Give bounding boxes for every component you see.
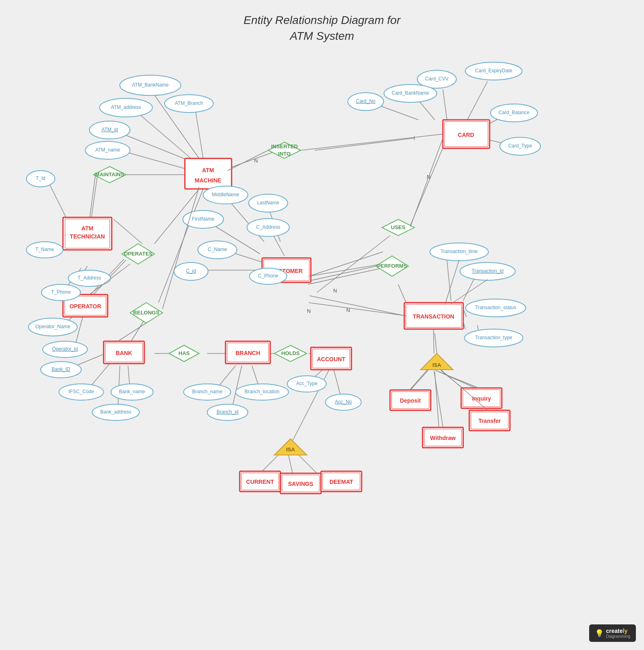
transaction-label: TRANSACTION	[413, 313, 454, 320]
withdraw-label: Withdraw	[430, 435, 456, 441]
card-balance-text: Card_Balance	[499, 110, 529, 115]
svg-line-68	[463, 276, 475, 301]
atm-name-text: ATM_name	[95, 147, 120, 153]
atm-machine-label2: MACHINE	[195, 177, 221, 184]
svg-line-99	[436, 370, 479, 388]
atm-id-text: ATM_id	[102, 127, 118, 132]
maintains-label: MAINTAINS	[95, 171, 124, 178]
svg-line-102	[310, 296, 406, 316]
operator-label: OPERATOR	[69, 303, 101, 310]
atm-tech-label2: TECHNICIAN	[70, 233, 105, 240]
card-label: CARD	[458, 132, 474, 138]
atm-branch-text: ATM_Branch	[175, 100, 203, 106]
svg-line-41	[228, 150, 278, 169]
card-expiry-text: Card_ExpiryDate	[475, 68, 512, 74]
trans-type-text: Transaction_type	[475, 335, 512, 340]
branch-id-text: Branch_id	[217, 409, 239, 415]
diagram-container: Entity Relationship Diagram for ATM Syst…	[0, 0, 644, 650]
atm-address-text: ATM_address	[111, 104, 141, 110]
svg-line-62	[309, 264, 382, 276]
svg-line-108	[163, 187, 199, 309]
t-phone-text: T_Phone	[51, 289, 71, 295]
c-name-text: C_Name	[208, 247, 227, 252]
belongs-label: BELONGS	[133, 310, 160, 316]
card-cvv-text: Card_CVV	[425, 76, 448, 82]
c-address-text: C_Address	[256, 224, 280, 230]
svg-line-6	[120, 150, 185, 169]
svg-line-39	[288, 455, 293, 473]
operator-name-text: Operator_Name	[35, 324, 70, 329]
svg-line-71	[435, 333, 437, 353]
svg-line-98	[410, 370, 427, 389]
c-id-text: C_id	[186, 268, 196, 274]
account-label: ACCOUNT	[317, 356, 345, 362]
holds-label: HOLDS	[281, 350, 300, 356]
isa-upper-label: ISA	[432, 362, 441, 368]
atm-bankname-text: ATM_BankName	[132, 82, 169, 88]
deposit-label: Deposit	[400, 397, 421, 404]
uses-label: USES	[391, 224, 405, 230]
svg-line-20	[75, 315, 83, 345]
card-bankname-text: Card_BankName	[392, 90, 429, 96]
isa-lower-label: ISA	[286, 446, 295, 453]
trans-status-text: Transaction_status	[475, 305, 516, 310]
svg-text:N: N	[333, 288, 337, 294]
performs-label: PERFORMS	[377, 263, 407, 269]
ifsc-text: IFSC_Code	[69, 389, 94, 394]
atm-tech-label1: ATM	[81, 225, 93, 232]
svg-line-36	[333, 368, 341, 398]
deemat-label: DEEMAT	[330, 479, 353, 485]
acc-type-text: Acc_Type	[296, 381, 318, 386]
branch-name-text: Branch_name	[192, 389, 223, 394]
inserted-into-label2: INTO	[278, 151, 291, 157]
lastname-text: LastName	[257, 200, 280, 206]
brand-text: creately	[606, 628, 628, 634]
svg-text:N: N	[346, 307, 350, 313]
svg-text:N: N	[254, 158, 258, 164]
svg-line-3	[134, 110, 191, 158]
has-label: HAS	[178, 350, 190, 356]
svg-line-107	[301, 134, 443, 150]
acc-no-text: Acc_No	[335, 399, 352, 405]
branch-location-text: Branch_location	[245, 389, 280, 394]
watermark: 💡 creately Diagramming	[589, 624, 636, 642]
svg-line-104	[410, 138, 443, 227]
card-no-text: Card_No	[356, 98, 375, 104]
bank-name-text: Bank_name	[119, 389, 145, 394]
svg-line-93	[445, 260, 459, 305]
firstname-text: FirstName	[192, 216, 215, 222]
branch-label: BRANCH	[236, 350, 260, 356]
trans-id-text: Transaction_id	[472, 268, 503, 274]
bank-id-text: Bank_ID	[52, 366, 70, 372]
svg-line-67	[447, 260, 451, 301]
svg-line-4	[195, 108, 203, 158]
svg-line-72	[410, 370, 429, 390]
atm-machine-entity	[185, 158, 232, 189]
card-type-text: Card_Type	[508, 143, 532, 149]
trans-time-text: Transaction_time	[440, 249, 478, 254]
operator-id-text: Operator_id	[52, 346, 78, 352]
t-address-text: T_Address	[78, 275, 101, 281]
t-name-text: T_Name	[35, 247, 54, 252]
svg-line-45	[443, 89, 447, 120]
svg-line-38	[260, 453, 280, 473]
inquiry-label: Inquiry	[472, 395, 491, 402]
bank-label: BANK	[116, 350, 132, 356]
svg-line-43	[315, 138, 414, 150]
svg-line-40	[297, 453, 317, 473]
svg-line-97	[434, 329, 434, 353]
bank-address-text: Bank_address	[100, 409, 132, 415]
svg-line-46	[467, 81, 488, 120]
svg-line-22	[158, 189, 203, 303]
bulb-icon: 💡	[595, 629, 604, 638]
t-id-text: T_Id	[36, 176, 46, 181]
svg-text:N: N	[307, 308, 310, 314]
current-label: CURRENT	[246, 479, 274, 485]
svg-line-109	[118, 323, 146, 341]
inserted-into-label1: INSERTED	[271, 143, 298, 150]
svg-line-15	[114, 219, 142, 244]
svg-line-106	[228, 150, 268, 171]
atm-machine-label: ATM	[202, 167, 214, 173]
svg-line-5	[118, 132, 189, 160]
operates-label: OPERATES	[124, 251, 153, 257]
